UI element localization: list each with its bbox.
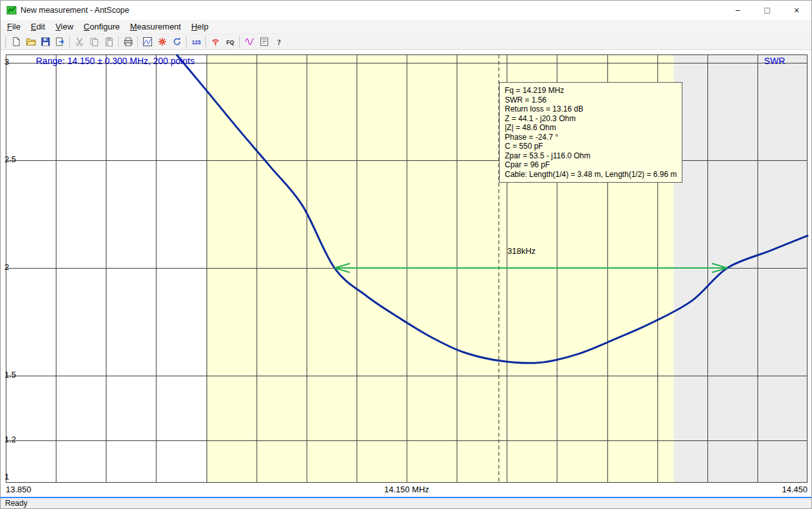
info-line: Cpar = 96 pF (505, 160, 677, 170)
y-axis-tick: 1.5 (4, 370, 24, 380)
close-button[interactable]: × (782, 1, 811, 20)
toolbar-separator (69, 36, 70, 47)
open-folder-icon (26, 37, 36, 47)
fq-icon: FQ (224, 37, 236, 47)
export-icon (55, 37, 65, 47)
chart-panel: Range: 14.150 ± 0.300 MHz, 200 points SW… (1, 50, 811, 497)
save-floppy-icon (40, 37, 51, 47)
info-line: Return loss = 13.16 dB (505, 104, 677, 114)
continuous-scan-button[interactable] (169, 35, 184, 49)
antenna-signal-icon (210, 37, 221, 47)
cut-scissors-icon (74, 37, 85, 47)
waveform-icon (244, 37, 255, 47)
svg-text:123: 123 (191, 39, 200, 46)
window-controls: − □ × (723, 1, 811, 20)
help-button[interactable]: ? (271, 35, 286, 49)
toolbar-grip (3, 36, 6, 47)
numeric-values-button[interactable]: 123 (189, 35, 203, 49)
svg-text:FQ: FQ (226, 39, 234, 46)
info-line: Phase = -24.7 ° (505, 133, 677, 142)
info-line: Cable: Length(1/4) = 3.48 m, Length(1/2)… (505, 170, 677, 179)
x-axis-tick: 13.850 (6, 485, 31, 494)
menu-view[interactable]: View (50, 21, 78, 33)
window-title: New measurement - AntScope (21, 6, 130, 15)
report-notes-icon (259, 37, 269, 47)
info-line: |Z| = 48.6 Ohm (505, 123, 677, 133)
print-button[interactable] (121, 35, 135, 49)
y-axis-tick: 2 (4, 262, 24, 272)
y-axis-tick: 1.2 (4, 435, 24, 444)
swr-plot[interactable] (1, 50, 812, 497)
y-axis-tick: 2.5 (4, 154, 24, 164)
save-button[interactable] (38, 35, 53, 49)
info-line: C = 550 pF (505, 142, 677, 151)
scan-button[interactable] (155, 35, 169, 49)
toolbar-separator (118, 36, 119, 47)
toolbar: 123 FQ (1, 34, 811, 50)
export-button[interactable] (53, 35, 67, 49)
waveform-button[interactable] (242, 35, 257, 49)
minimize-button[interactable]: − (723, 1, 752, 20)
chart-view-button[interactable] (140, 35, 155, 49)
cut-button[interactable] (72, 35, 87, 49)
copy-icon (89, 37, 99, 47)
antscope-window: New measurement - AntScope − □ × File Ed… (0, 0, 812, 509)
y-axis-tick: 1 (4, 472, 24, 481)
toolbar-separator (205, 36, 206, 47)
y-axis-tick: 3 (4, 57, 24, 67)
range-label: Range: 14.150 ± 0.300 MHz, 200 points (36, 56, 194, 66)
report-button[interactable] (257, 35, 271, 49)
copy-button[interactable] (87, 35, 101, 49)
info-line: Z = 44.1 - j20.3 Ohm (505, 114, 677, 124)
menu-measurement[interactable]: Measurement (125, 21, 187, 33)
status-text: Ready (5, 499, 28, 508)
info-line: Fq = 14.219 MHz (505, 86, 677, 96)
numeric-123-icon: 123 (190, 37, 202, 47)
chart-icon (142, 37, 153, 47)
x-axis-tick: 14.150 MHz (375, 485, 439, 494)
new-document-icon (11, 37, 21, 47)
refresh-icon (172, 37, 182, 47)
measurement-info-box: Fq = 14.219 MHz SWR = 1.56 Return loss =… (499, 82, 682, 183)
new-button[interactable] (8, 35, 23, 49)
help-question-icon: ? (274, 37, 284, 47)
menu-file[interactable]: File (2, 21, 26, 33)
frequency-button[interactable]: FQ (223, 35, 237, 49)
paste-clipboard-icon (104, 37, 114, 47)
svg-text:?: ? (277, 38, 281, 47)
toolbar-separator (239, 36, 240, 47)
menu-help[interactable]: Help (186, 21, 214, 33)
statusbar: Ready (1, 498, 811, 508)
paste-button[interactable] (101, 35, 116, 49)
info-line: SWR = 1.56 (505, 96, 677, 105)
x-axis-tick: 14.450 (775, 485, 808, 494)
menu-edit[interactable]: Edit (26, 21, 50, 33)
menu-configure[interactable]: Configure (78, 21, 124, 33)
open-button[interactable] (23, 35, 38, 49)
titlebar: New measurement - AntScope − □ × (1, 1, 811, 20)
print-icon (123, 37, 133, 47)
antenna-button[interactable] (208, 35, 223, 49)
menubar: File Edit View Configure Measurement Hel… (1, 20, 811, 34)
toolbar-separator (137, 36, 138, 47)
swr-axis-label: SWR (764, 56, 785, 66)
toolbar-separator (186, 36, 187, 47)
app-icon (6, 5, 17, 15)
bandwidth-label: 318kHz (507, 246, 536, 256)
info-line: Zpar = 53.5 - j116.0 Ohm (505, 151, 677, 161)
maximize-button[interactable]: □ (752, 1, 782, 20)
burst-icon (157, 37, 167, 47)
